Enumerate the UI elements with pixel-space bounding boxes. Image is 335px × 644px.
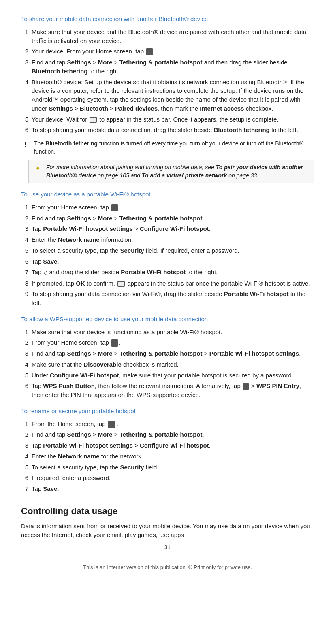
- list-item: 5 Under Configure Wi-Fi hotspot, make su…: [21, 371, 314, 380]
- list-item: 3 Find and tap Settings > More > Tetheri…: [21, 58, 314, 76]
- list-item: 6 To stop sharing your mobile data conne…: [21, 126, 314, 134]
- home-icon: [111, 204, 118, 211]
- list-item: 2 Your device: From your Home screen, ta…: [21, 47, 314, 56]
- list-item: 7 Tap ◁ and drag the slider beside Porta…: [21, 268, 314, 277]
- section-wifi-hotspot: To use your device as a portable Wi-Fi® …: [21, 190, 314, 307]
- list-item: 6 Tap Save.: [21, 257, 314, 266]
- rename-steps-list: 1 From the Home screen, tap . 2 Find and…: [21, 420, 314, 493]
- list-item: 7 Tap Save.: [21, 484, 314, 493]
- list-item: 1 From your Home screen, tap .: [21, 203, 314, 212]
- section-title-wifi: To use your device as a portable Wi-Fi® …: [21, 190, 314, 199]
- section-title-bluetooth: To share your mobile data connection wit…: [21, 15, 314, 23]
- home-icon: [108, 421, 115, 428]
- list-item: 4 Enter the Network name information.: [21, 235, 314, 244]
- tip-text: For more information about pairing and t…: [46, 163, 310, 180]
- list-item: 3 Tap Portable Wi-Fi hotspot settings > …: [21, 441, 314, 450]
- controlling-data-body: Data is information sent from or receive…: [21, 522, 314, 540]
- note-text: The Bluetooth tethering function is turn…: [34, 139, 314, 156]
- section-rename-hotspot: To rename or secure your portable hotspo…: [21, 407, 314, 493]
- list-item: 5 To select a security type, tap the Sec…: [21, 463, 314, 472]
- page-footer: This is an Internet version of this publ…: [21, 564, 314, 571]
- wifi-steps-list: 1 From your Home screen, tap . 2 Find an…: [21, 203, 314, 307]
- list-item: 2 Find and tap Settings > More > Tetheri…: [21, 430, 314, 439]
- list-item: 2 Find and tap Settings > More > Tetheri…: [21, 214, 314, 223]
- section-title-wps: To allow a WPS-supported device to use y…: [21, 315, 314, 324]
- list-item: 6 Tap WPS Push Button, then follow the r…: [21, 382, 314, 399]
- list-item: 5 To select a security type, tap the Sec…: [21, 246, 314, 255]
- list-item: 6 If required, enter a password.: [21, 473, 314, 482]
- list-item: 1 Make sure that your device and the Blu…: [21, 28, 314, 45]
- list-item: 4 Make sure that the Discoverable checkb…: [21, 360, 314, 369]
- bluetooth-steps-list: 1 Make sure that your device and the Blu…: [21, 28, 314, 134]
- section-controlling-data: Controlling data usage Data is informati…: [21, 505, 314, 539]
- home-icon: [146, 48, 153, 55]
- home-icon: [111, 339, 118, 347]
- list-item: 3 Find and tap Settings > More > Tetheri…: [21, 349, 314, 358]
- list-item: 4 Enter the Network name for the network…: [21, 452, 314, 461]
- menu-icon: ⋮: [243, 383, 249, 390]
- wifi-status-icon: [90, 117, 97, 123]
- list-item: 8 If prompted, tap OK to confirm. appear…: [21, 279, 314, 288]
- list-item: 5 Your device: Wait for to appear in the…: [21, 115, 314, 124]
- exclamation-icon: !: [21, 139, 30, 150]
- section-title-rename: To rename or secure your portable hotspo…: [21, 407, 314, 416]
- wifi-status-icon-2: [117, 281, 125, 287]
- tip-block: ✦ For more information about pairing and…: [28, 160, 314, 183]
- list-item: 9 To stop sharing your data connection v…: [21, 290, 314, 307]
- list-item: 3 Tap Portable Wi-Fi hotspot settings > …: [21, 224, 314, 233]
- controlling-data-heading: Controlling data usage: [21, 505, 314, 518]
- page-content: To share your mobile data connection wit…: [0, 0, 335, 587]
- list-item: 4 Bluetooth® device: Set up the device s…: [21, 78, 314, 113]
- page-number: 31: [21, 543, 314, 551]
- list-item: 1 From the Home screen, tap .: [21, 420, 314, 429]
- wps-steps-list: 1 Make sure that your device is function…: [21, 328, 314, 399]
- list-item: 1 Make sure that your device is function…: [21, 328, 314, 337]
- arrow-icon: ◁: [43, 269, 47, 277]
- list-item: 2 From your Home screen, tap .: [21, 338, 314, 347]
- tip-icon: ✦: [33, 163, 42, 174]
- section-bluetooth-share: To share your mobile data connection wit…: [21, 15, 314, 183]
- section-wps: To allow a WPS-supported device to use y…: [21, 315, 314, 399]
- note-block: ! The Bluetooth tethering function is tu…: [21, 139, 314, 156]
